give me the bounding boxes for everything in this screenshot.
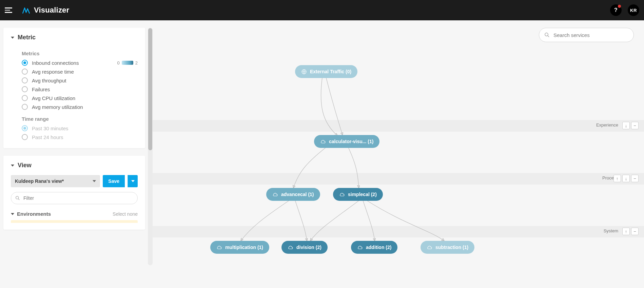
scale-bar-icon — [122, 61, 133, 65]
sidebar: Metric Metrics Inbound connections 0 2 A… — [0, 20, 153, 288]
node-label: division (2) — [296, 245, 321, 250]
save-dropdown-button[interactable] — [128, 175, 138, 187]
metric-option-label: Avg throughput — [32, 78, 66, 83]
expand-down-button[interactable]: ↓ — [622, 122, 630, 129]
layer-band-experience — [153, 120, 644, 132]
metric-option-label: Failures — [32, 87, 50, 92]
globe-icon — [301, 69, 307, 75]
node-label: simplecal (2) — [348, 192, 377, 197]
cloud-icon — [272, 192, 278, 197]
avatar[interactable]: KR — [628, 4, 639, 16]
radio-icon — [22, 60, 28, 66]
node-advancecal[interactable]: advancecal (1) — [266, 188, 320, 201]
menu-button[interactable] — [5, 5, 15, 15]
search-input[interactable] — [539, 28, 634, 42]
scrollbar[interactable] — [148, 28, 153, 265]
collapse-button[interactable]: − — [631, 228, 639, 235]
view-panel: View Kuldeep Rana's view* Save — [3, 156, 145, 230]
view-title: View — [18, 162, 32, 169]
cloud-icon — [357, 245, 363, 250]
metric-option-failures[interactable]: Failures — [11, 85, 138, 94]
layer-band-process — [153, 173, 644, 185]
app-logo[interactable]: Visualizer — [22, 6, 69, 15]
node-label: addition (2) — [366, 245, 391, 250]
time-range-heading: Time range — [22, 116, 138, 122]
save-button[interactable]: Save — [103, 175, 125, 187]
search-icon — [544, 32, 550, 38]
node-subtraction[interactable]: subtraction (1) — [421, 241, 474, 254]
svg-point-3 — [545, 33, 548, 36]
environments-label: Environments — [17, 211, 51, 217]
notification-dot-icon — [618, 5, 621, 8]
svg-line-1 — [18, 199, 19, 200]
node-multiplication[interactable]: multiplication (1) — [210, 241, 269, 254]
expand-down-button[interactable]: ↓ — [622, 175, 630, 182]
radio-icon — [22, 125, 28, 131]
time-option-label: Past 24 hours — [32, 134, 63, 140]
radio-icon — [22, 95, 28, 101]
select-none-link[interactable]: Select none — [113, 211, 138, 217]
search-icon — [15, 195, 20, 201]
chevron-down-icon — [93, 180, 96, 182]
metric-panel: Metric Metrics Inbound connections 0 2 A… — [3, 28, 145, 148]
svg-line-4 — [548, 36, 549, 37]
metric-title: Metric — [18, 34, 36, 41]
caret-down-icon — [11, 165, 14, 167]
metric-option-inbound[interactable]: Inbound connections 0 2 — [11, 58, 138, 67]
filter-input[interactable] — [11, 192, 138, 204]
radio-icon — [22, 104, 28, 110]
view-select[interactable]: Kuldeep Rana's view* — [11, 175, 100, 187]
time-option-30m[interactable]: Past 30 minutes — [11, 124, 138, 133]
layer-controls-experience: ↓ − — [622, 122, 639, 129]
collapse-button[interactable]: − — [631, 175, 639, 182]
scrollbar-thumb[interactable] — [148, 28, 152, 150]
layer-controls-process: ↑ ↓ − — [613, 175, 639, 182]
node-division[interactable]: division (2) — [281, 241, 328, 254]
time-option-24h[interactable]: Past 24 hours — [11, 133, 138, 141]
node-label: multiplication (1) — [225, 245, 263, 250]
view-panel-header[interactable]: View — [3, 156, 145, 174]
metric-option-label: Avg memory utilization — [32, 104, 83, 110]
metric-option-cpu[interactable]: Avg CPU utilization — [11, 94, 138, 102]
node-calculator[interactable]: calculator-visu... (1) — [314, 135, 379, 148]
node-label: External Traffic (0) — [310, 69, 351, 74]
search-services — [539, 28, 634, 42]
caret-down-icon — [11, 213, 14, 215]
expand-up-button[interactable]: ↑ — [622, 228, 630, 235]
environments-header[interactable]: Environments — [11, 211, 51, 217]
cloud-icon — [320, 139, 326, 145]
svg-point-0 — [16, 196, 19, 199]
metric-option-memory[interactable]: Avg memory utilization — [11, 102, 138, 111]
metric-option-response[interactable]: Avg response time — [11, 67, 138, 76]
app-header: Visualizer ? KR — [0, 0, 644, 20]
help-button[interactable]: ? — [610, 4, 622, 16]
metric-option-label: Inbound connections — [32, 60, 79, 66]
node-label: subtraction (1) — [435, 245, 468, 250]
cloud-icon — [288, 245, 293, 250]
node-addition[interactable]: addition (2) — [351, 241, 397, 254]
metric-panel-header[interactable]: Metric — [3, 28, 145, 46]
radio-icon — [22, 134, 28, 140]
layer-controls-system: ↑ − — [622, 228, 639, 235]
expand-up-button[interactable]: ↑ — [613, 175, 621, 182]
layer-band-system — [153, 226, 644, 237]
metric-option-throughput[interactable]: Avg throughput — [11, 76, 138, 85]
layer-label-system: System — [604, 228, 618, 233]
node-label: calculator-visu... (1) — [329, 139, 373, 144]
radio-icon — [22, 86, 28, 92]
cloud-icon — [216, 245, 222, 250]
graph-canvas[interactable]: Experience Process System ↓ − ↑ ↓ − ↑ − — [153, 20, 644, 288]
time-option-label: Past 30 minutes — [32, 126, 69, 131]
metric-option-label: Avg response time — [32, 69, 74, 75]
chevron-down-icon — [131, 180, 135, 182]
environments-highlight — [11, 220, 138, 223]
metric-scale: 0 2 — [117, 60, 138, 65]
app-title: Visualizer — [34, 6, 69, 15]
node-simplecal[interactable]: simplecal (2) — [333, 188, 383, 201]
collapse-button[interactable]: − — [631, 122, 639, 129]
node-external-traffic[interactable]: External Traffic (0) — [295, 65, 357, 78]
metric-option-label: Avg CPU utilization — [32, 95, 75, 101]
radio-icon — [22, 69, 28, 75]
view-select-label: Kuldeep Rana's view* — [15, 178, 64, 184]
metrics-heading: Metrics — [22, 51, 138, 56]
